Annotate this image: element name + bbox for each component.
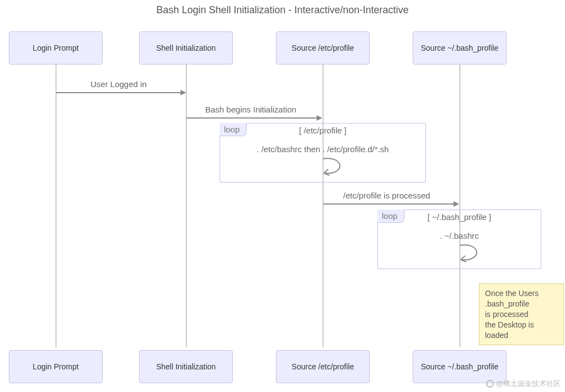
actor-bottom-login-prompt: Login Prompt [9,350,103,383]
lifeline-login-prompt [56,61,56,347]
note-line: the Desktop is loaded [485,320,558,341]
watermark: @稀土掘金技术社区 [486,379,561,389]
actor-bottom-bash-profile: Source ~/.bash_profile [413,350,507,383]
note-line: .bash_profile [485,299,558,309]
loop-body: . ~/.bashrc [378,231,541,240]
arrow-user-logged-in [56,92,185,93]
watermark-text: @稀土掘金技术社区 [496,379,561,389]
actor-top-etc-profile: Source /etc/profile [276,31,370,65]
diagram-title: Bash Login Shell Initialization - Intera… [0,4,565,16]
note-desktop-loaded: Once the Users .bash_profile is processe… [479,283,564,345]
arrow-etc-profile-processed [323,203,459,205]
lifeline-shell-init [186,61,186,347]
actor-top-bash-profile: Source ~/.bash_profile [413,31,507,65]
actor-top-shell-init: Shell Initialization [139,31,233,65]
self-loop-arrow-2 [449,243,487,267]
loop-body: . /etc/bashrc then . /etc/profile.d/*.sh [220,144,425,154]
actor-bottom-etc-profile: Source /etc/profile [276,350,370,383]
message-etc-profile-processed: /etc/profile is processed [343,191,430,200]
note-line: Once the Users [485,288,558,299]
actor-bottom-shell-init: Shell Initialization [139,350,233,383]
arrow-bash-begins-init [186,117,322,119]
note-line: is processed [485,309,558,320]
message-user-logged-in: User Logged in [90,79,147,89]
lifeline-bash-profile [460,61,460,347]
loop-condition: [ /etc/profile ] [220,126,425,135]
message-bash-begins-init: Bash begins Initialization [205,105,296,114]
actor-top-login-prompt: Login Prompt [9,31,103,65]
self-loop-arrow-1 [312,157,350,181]
juejin-logo-icon [486,380,494,388]
loop-condition: [ ~/.bash_profile ] [378,212,541,222]
sequence-diagram: Bash Login Shell Initialization - Intera… [0,0,565,392]
